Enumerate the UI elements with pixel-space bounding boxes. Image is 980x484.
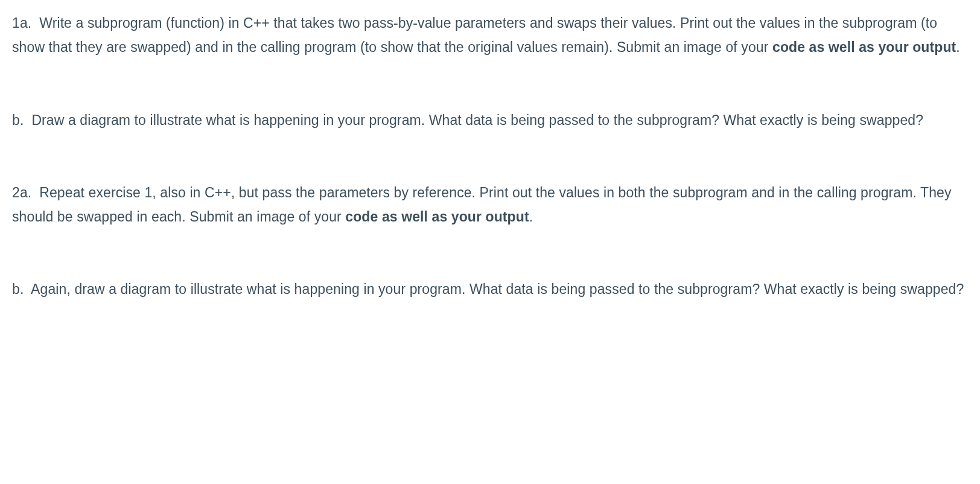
question-label: 2a. — [12, 185, 31, 200]
question-label: b. — [12, 281, 24, 297]
question-label: b. — [12, 112, 24, 128]
question-1b: b. Draw a diagram to illustrate what is … — [12, 108, 968, 132]
question-1a: 1a. Write a subprogram (function) in C++… — [12, 11, 968, 60]
question-text-after: . — [529, 209, 533, 224]
question-text-after: . — [956, 39, 960, 55]
question-text-before: Again, draw a diagram to illustrate what… — [31, 281, 964, 297]
question-label: 1a. — [12, 15, 31, 31]
question-text-before: Draw a diagram to illustrate what is hap… — [31, 112, 923, 128]
question-bold: code as well as your output — [345, 209, 529, 224]
question-2a: 2a. Repeat exercise 1, also in C++, but … — [12, 180, 968, 229]
question-2b: b. Again, draw a diagram to illustrate w… — [12, 277, 968, 301]
question-bold: code as well as your output — [772, 39, 956, 55]
